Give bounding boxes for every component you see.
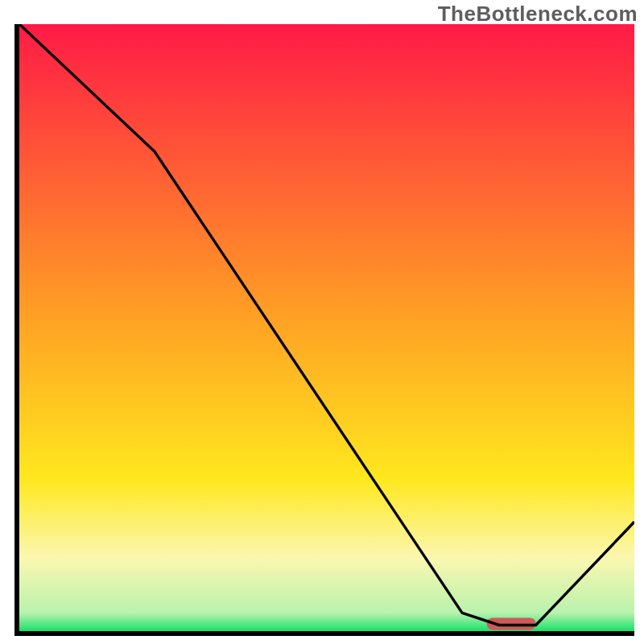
watermark-text: TheBottleneck.com <box>438 2 638 27</box>
gradient-rect <box>19 24 634 631</box>
chart-svg <box>19 24 634 631</box>
plot-area <box>14 24 634 636</box>
chart-frame: TheBottleneck.com <box>0 0 644 644</box>
